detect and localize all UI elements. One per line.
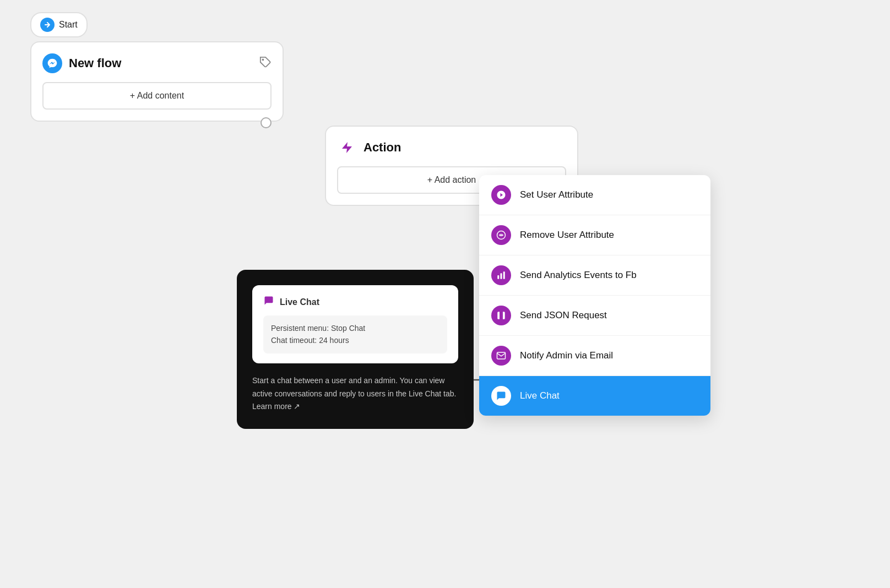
flow-card-output-dot [261, 117, 272, 128]
dropdown-item-json[interactable]: Send JSON Request [479, 296, 710, 336]
start-button[interactable]: Start [30, 12, 88, 37]
remove-user-attr-label: Remove User Attribute [520, 230, 614, 241]
action-card-title: Action [363, 140, 401, 155]
preview-description-text: Start a chat between a user and an admin… [252, 374, 458, 413]
json-icon [491, 306, 511, 325]
svg-point-3 [500, 233, 503, 237]
svg-rect-4 [497, 275, 499, 279]
flow-card-title-text: New flow [69, 56, 121, 70]
preview-live-chat-title: Live Chat [280, 297, 319, 307]
timeout-text: Chat timeout: 24 hours [271, 334, 439, 346]
email-icon [491, 346, 511, 366]
add-content-button[interactable]: + Add content [42, 82, 272, 110]
dropdown-item-notify-email[interactable]: Notify Admin via Email [479, 336, 710, 376]
persistent-menu-text: Persistent menu: Stop Chat [271, 322, 439, 334]
messenger-icon [42, 53, 62, 73]
remove-user-attr-icon [491, 225, 511, 245]
preview-inner-card: Live Chat Persistent menu: Stop Chat Cha… [252, 285, 458, 363]
svg-rect-5 [501, 273, 502, 279]
set-user-attr-icon [491, 185, 511, 205]
tag-icon [259, 56, 272, 71]
svg-point-0 [263, 59, 264, 60]
dropdown-item-live-chat[interactable]: Live Chat [479, 376, 710, 416]
dropdown-item-set-user-attr[interactable]: Set User Attribute [479, 175, 710, 215]
dropdown-item-analytics[interactable]: Send Analytics Events to Fb [479, 255, 710, 296]
live-chat-icon [491, 386, 511, 406]
analytics-icon [491, 265, 511, 285]
notify-email-label: Notify Admin via Email [520, 350, 613, 361]
svg-rect-6 [503, 271, 505, 279]
preview-description-box: Persistent menu: Stop Chat Chat timeout:… [263, 315, 447, 353]
json-label: Send JSON Request [520, 310, 607, 321]
flow-card-title: New flow [42, 53, 121, 73]
action-dropdown: Set User Attribute Remove User Attribute… [479, 175, 710, 416]
flow-card-header: New flow [42, 53, 272, 73]
set-user-attr-label: Set User Attribute [520, 189, 593, 200]
dropdown-item-remove-user-attr[interactable]: Remove User Attribute [479, 215, 710, 255]
lightning-icon [337, 138, 357, 157]
flow-card: New flow + Add content [30, 41, 284, 122]
analytics-label: Send Analytics Events to Fb [520, 270, 637, 281]
start-arrow-icon [40, 18, 55, 32]
preview-live-chat-header: Live Chat [263, 295, 447, 309]
preview-container: Live Chat Persistent menu: Stop Chat Cha… [237, 270, 474, 429]
live-chat-label: Live Chat [520, 390, 560, 401]
preview-chat-icon [263, 295, 274, 309]
start-label: Start [59, 20, 78, 30]
action-card-header: Action [337, 138, 566, 157]
